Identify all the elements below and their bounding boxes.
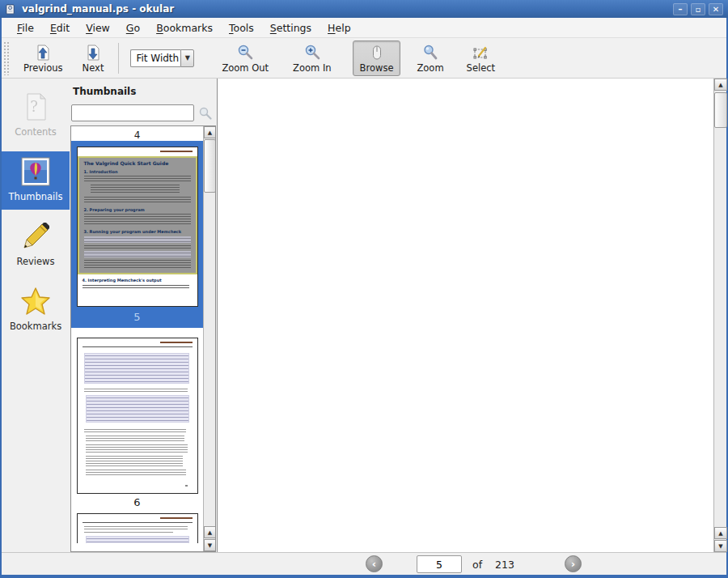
panel-title: Thumbnails xyxy=(70,79,217,97)
next-page-circle-button[interactable]: › xyxy=(565,555,582,572)
of-label: of xyxy=(472,559,482,571)
zoom-tool-button[interactable]: Zoom xyxy=(410,41,450,75)
chevron-down-icon[interactable]: ▼ xyxy=(180,49,194,67)
scroll-up-icon[interactable]: ▲ xyxy=(204,526,216,538)
menu-edit[interactable]: Edit xyxy=(43,19,77,36)
doc-section-3: 3. Running your program under Memcheck xyxy=(84,229,191,235)
page-4-label: 4 xyxy=(134,130,141,141)
text-lines xyxy=(86,444,188,453)
page-5-thumbnail[interactable]: The Valgrind Quick Start Guide 1. Introd… xyxy=(77,147,198,307)
next-button[interactable]: Next xyxy=(76,41,111,75)
thumbnail-cell-page-4[interactable]: 4 xyxy=(71,126,203,141)
window-border xyxy=(0,575,728,578)
menu-go[interactable]: Go xyxy=(119,19,147,36)
menu-view[interactable]: View xyxy=(78,19,117,36)
scroll-down-icon[interactable]: ▼ xyxy=(714,540,727,552)
pencil-icon xyxy=(21,222,50,251)
scroll-up-icon[interactable]: ▲ xyxy=(714,79,727,91)
select-tool-button[interactable]: Select xyxy=(460,41,502,75)
next-label: Next xyxy=(83,62,104,74)
minimize-icon[interactable]: – xyxy=(673,3,688,15)
selection-icon xyxy=(472,44,489,62)
browse-label: Browse xyxy=(360,62,394,74)
scrollbar-thumb[interactable] xyxy=(714,92,727,128)
text-lines xyxy=(84,176,191,183)
sidebar-item-reviews[interactable]: Reviews xyxy=(2,216,70,274)
visible-region-overlay: The Valgrind Quick Start Guide 1. Introd… xyxy=(78,156,197,274)
sidebar-item-bookmarks[interactable]: Bookmarks xyxy=(2,281,70,339)
zoom-in-button[interactable]: Zoom In xyxy=(286,41,338,75)
title-bar[interactable]: valgrind_manual.ps - okular – ▫ ✕ xyxy=(0,0,728,18)
code-block xyxy=(84,251,191,257)
okular-window: valgrind_manual.ps - okular – ▫ ✕ File E… xyxy=(0,0,728,578)
next-page-icon xyxy=(84,44,102,62)
menu-settings[interactable]: Settings xyxy=(263,19,319,36)
reviews-label: Reviews xyxy=(16,256,54,267)
thumbnail-filter-input[interactable] xyxy=(71,104,194,121)
previous-label: Previous xyxy=(23,62,63,74)
menu-bookmarks[interactable]: Bookmarks xyxy=(149,19,220,36)
text-lines xyxy=(86,456,183,466)
scroll-up-icon[interactable]: ▲ xyxy=(714,527,727,539)
previous-page-circle-button[interactable]: ‹ xyxy=(366,555,383,572)
zoom-mode-value: Fit Width xyxy=(130,49,180,67)
thumbnail-cell-page-7[interactable] xyxy=(71,513,203,543)
previous-button[interactable]: Previous xyxy=(17,41,70,75)
thumbnail-cell-page-5[interactable]: The Valgrind Quick Start Guide 1. Introd… xyxy=(71,141,203,328)
thumbnails-panel: Thumbnails 4 xyxy=(70,79,217,552)
menu-help[interactable]: Help xyxy=(320,19,358,36)
forward-chevron-icon: › xyxy=(571,559,575,569)
thumbnail-scrollbar[interactable]: ▲ ▲ ▼ xyxy=(203,126,215,551)
browse-tool-button[interactable]: Browse xyxy=(353,40,401,76)
magnifier-icon xyxy=(421,44,439,62)
sidebar-item-thumbnails[interactable]: Thumbnails xyxy=(2,151,70,210)
thumbnail-cell-page-6[interactable]: 6 xyxy=(71,328,203,513)
rule xyxy=(83,522,193,523)
code-block xyxy=(84,236,191,243)
content-area: ? Contents Thumbnails xyxy=(2,79,726,552)
mouse-icon xyxy=(368,44,386,62)
close-icon[interactable]: ✕ xyxy=(709,3,723,15)
menu-bar: File Edit View Go Bookmarks Tools Settin… xyxy=(2,18,726,38)
toolbar-separator xyxy=(118,43,119,74)
text-lines xyxy=(86,470,186,475)
thumbnails-icon xyxy=(21,157,50,186)
zoom-out-button[interactable]: Zoom Out xyxy=(215,41,275,75)
zoom-mode-combobox[interactable]: Fit Width ▼ xyxy=(130,49,194,67)
page-6-thumbnail[interactable] xyxy=(77,338,198,494)
thumbnails-label: Thumbnails xyxy=(9,191,63,202)
page-5-label: 5 xyxy=(133,307,140,328)
search-icon xyxy=(198,106,213,121)
toolbar-drag-handle[interactable] xyxy=(3,41,11,75)
menu-tools[interactable]: Tools xyxy=(222,19,261,36)
doc-title: The Valgrind Quick Start Guide xyxy=(84,160,191,167)
current-page-input[interactable] xyxy=(417,555,462,573)
navigation-sidebar: ? Contents Thumbnails xyxy=(2,79,70,552)
page-7-thumbnail[interactable] xyxy=(77,513,198,543)
text-lines xyxy=(84,197,191,204)
zoom-tool-label: Zoom xyxy=(417,62,443,74)
text-lines xyxy=(86,436,184,441)
text-lines xyxy=(83,285,189,288)
total-pages-label: 213 xyxy=(495,559,514,571)
main-toolbar: Previous Next Fit Width ▼ Zoom Out xyxy=(2,38,726,79)
doc-section-4: 4. Interpreting Memcheck's output xyxy=(83,278,162,283)
document-scrollbar[interactable]: ▲ ▲ ▼ xyxy=(713,79,726,552)
document-view[interactable]: ▲ ▲ ▼ xyxy=(217,79,726,552)
menu-file[interactable]: File xyxy=(10,19,41,36)
doc-section-1: 1. Introduction xyxy=(84,169,191,175)
scroll-up-icon[interactable]: ▲ xyxy=(204,126,216,138)
scrollbar-thumb[interactable] xyxy=(204,139,216,193)
thumbnail-list: 4 The Valgrind Quick Start Guide 1. Intr… xyxy=(70,125,216,552)
scroll-down-icon[interactable]: ▼ xyxy=(204,539,216,551)
code-block xyxy=(84,353,189,384)
previous-page-icon xyxy=(34,44,52,62)
contents-label: Contents xyxy=(15,126,57,138)
zoom-in-icon xyxy=(303,44,321,62)
code-block xyxy=(86,536,189,543)
back-chevron-icon: ‹ xyxy=(372,559,376,569)
maximize-icon[interactable]: ▫ xyxy=(691,3,705,15)
doc-section-2: 2. Preparing your program xyxy=(84,207,191,213)
window-title: valgrind_manual.ps - okular xyxy=(22,3,174,15)
star-icon xyxy=(20,287,51,316)
